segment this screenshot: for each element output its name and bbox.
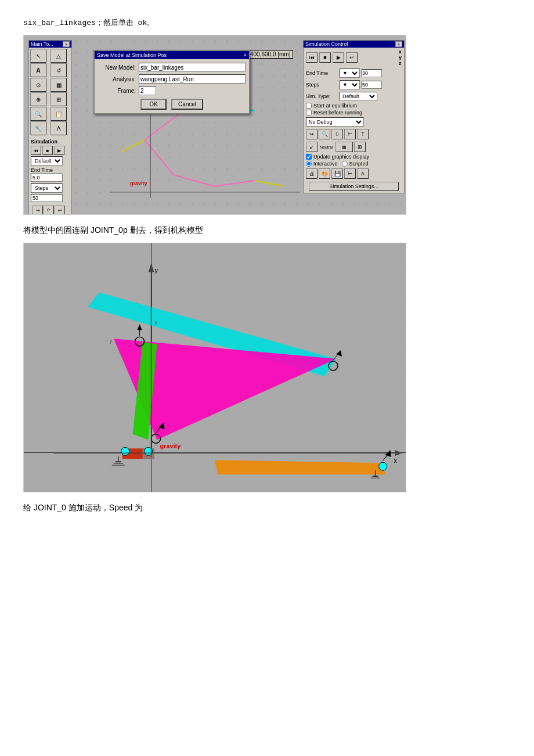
sim-icon-p1[interactable]: 🖨 — [306, 168, 317, 179]
scripted-label: Scripted — [349, 161, 369, 167]
toolbar-btn-circle[interactable]: ⊙ — [30, 78, 46, 92]
svg-text:gravity: gravity — [130, 181, 147, 186]
sim-ctrl-icon-row3: 🖨 🎨 💾 ⊢ Λ — [304, 167, 404, 180]
svg-marker-38 — [138, 324, 142, 330]
playback-controls: ⏮ ■ ▶ — [31, 146, 70, 155]
svg-line-4 — [214, 181, 255, 186]
stop-btn[interactable]: ■ — [42, 146, 53, 155]
toolbar-btn-lambda[interactable]: Λ — [50, 121, 67, 135]
steps-input[interactable] — [31, 194, 63, 202]
sim-steps-label: Steps — [306, 82, 338, 88]
sim-rewind-btn[interactable]: ⏮ — [306, 52, 317, 63]
toolbar-btn-triangle[interactable]: △ — [50, 49, 67, 63]
toolbar-btn-a[interactable]: A — [30, 63, 46, 77]
start-eq-label: Start at equilibrium — [313, 103, 357, 109]
end-time-input[interactable] — [31, 174, 63, 182]
sim-icon-1[interactable]: ↪ — [306, 129, 317, 139]
default-dropdown-row: Default — [31, 156, 70, 165]
frame-label: Frame: — [98, 88, 136, 94]
simulation-section: Simulation ⏮ ■ ▶ Default End Time Steps — [29, 136, 71, 215]
svg-text:x: x — [394, 457, 398, 464]
main-toolbar-close[interactable]: × — [63, 41, 70, 47]
sim-icon-5[interactable]: ⊤ — [357, 129, 369, 139]
dialog-button-row: OK Cancel — [98, 99, 246, 110]
sim-type-dropdown[interactable]: Default — [340, 92, 377, 101]
toolbar-button-grid: ↖ △ A ↺ ⊙ ▦ ⊕ ⊞ 🔍 📋 🔧 Λ — [29, 48, 71, 136]
sim-reload-btn[interactable]: ↩ — [346, 52, 358, 63]
reset-checkbox[interactable] — [306, 110, 312, 116]
sim-icon-3[interactable]: ⟨⟩ — [331, 129, 343, 139]
toolbar-btn-box-plus[interactable]: ⊞ — [50, 92, 67, 106]
default-dropdown[interactable]: Default — [31, 156, 63, 165]
sim-stop-btn[interactable]: ■ — [319, 52, 331, 63]
toolbar-btn-plus-circle[interactable]: ⊕ — [30, 92, 46, 106]
frame-input[interactable] — [139, 86, 156, 95]
sim-end-time-label: End Time — [306, 70, 338, 76]
svg-marker-29 — [395, 450, 403, 456]
sim-icon-p5[interactable]: Λ — [357, 168, 369, 179]
sim-control-close[interactable]: × — [395, 41, 402, 47]
sim-control-titlebar[interactable]: Simulation Control × — [304, 41, 404, 48]
svg-line-5 — [121, 140, 145, 152]
section3-text: 给 JOINT_0 施加运动，Speed 为 — [23, 503, 511, 513]
icon-reload[interactable]: ↩ — [55, 206, 65, 215]
sim-end-time-dropdown[interactable]: ▼ — [340, 69, 360, 78]
toolbar-btn-clipboard[interactable]: 📋 — [50, 107, 67, 121]
save-dialog-titlebar[interactable]: Save Model at Simulation Pos × — [95, 51, 249, 59]
sim-icon-p3[interactable]: 💾 — [331, 168, 343, 179]
sim-steps-row: Steps ▼ — [304, 79, 404, 91]
svg-line-6 — [255, 181, 284, 186]
new-model-input[interactable] — [139, 63, 246, 72]
ok-button[interactable]: OK — [140, 99, 167, 110]
sim-play-btn[interactable]: ▶ — [333, 52, 344, 63]
svg-point-22 — [121, 447, 129, 455]
toolbar-btn-grid[interactable]: ▦ — [50, 78, 67, 92]
sim-steps-value[interactable] — [362, 81, 382, 89]
steps-dropdown[interactable]: Steps — [31, 183, 63, 193]
sim-icon-p4[interactable]: ⊢ — [344, 168, 356, 179]
analysis-input[interactable] — [139, 74, 246, 84]
svg-point-24 — [379, 462, 387, 470]
scripted-radio[interactable] — [342, 161, 348, 167]
sim-playback-row: ⏮ ■ ▶ ↩ xyz — [304, 48, 404, 67]
sim-icon-6[interactable]: ↙ — [306, 142, 317, 152]
sim-icon-7[interactable]: ▦ — [335, 142, 353, 152]
sim-icon-2[interactable]: 🔍 — [319, 129, 330, 139]
toolbar-btn-wrench[interactable]: 🔧 — [30, 121, 46, 135]
save-dialog-close[interactable]: × — [244, 52, 247, 58]
main-toolbar-titlebar[interactable]: Main To... × — [29, 41, 71, 48]
no-debug2-dropdown[interactable]: No Debug — [306, 117, 364, 127]
toolbar-btn-search[interactable]: 🔍 — [30, 107, 46, 121]
intro-text: six_bar_linkages；然后单击 ok。 — [23, 17, 511, 28]
sim-icon-p2[interactable]: 🎨 — [319, 168, 330, 179]
simulation-settings-btn[interactable]: Simulation Settings... — [309, 182, 399, 191]
save-dialog-title: Save Model at Simulation Pos — [97, 52, 167, 58]
update-graphics-checkbox[interactable] — [306, 154, 312, 160]
sim-ctrl-icon-row1: ↪ 🔍 ⟨⟩ ⊢ ⊤ — [304, 128, 404, 141]
end-time-row: End Time — [31, 167, 70, 174]
sim-icon-8[interactable]: ⊞ — [354, 142, 366, 152]
play-btn[interactable]: ▶ — [54, 146, 64, 155]
sim-end-time-value[interactable] — [362, 69, 382, 77]
cancel-button[interactable]: Cancel — [171, 99, 203, 110]
toolbar-btn-arrow[interactable]: ↖ — [30, 49, 46, 63]
screenshot1-container: y x gravity Main To... × ↖ △ A ↺ ⊙ ▦ ⊕ ⊞… — [23, 35, 406, 215]
toolbar-btn-rotate[interactable]: ↺ — [50, 63, 67, 77]
analysis-label: Analysis: — [98, 76, 136, 82]
sim-icon-4[interactable]: ⊢ — [344, 129, 356, 139]
end-time-label: End Time — [31, 167, 53, 173]
save-model-dialog: Save Model at Simulation Pos × New Model… — [93, 50, 250, 114]
icon-play2[interactable]: ↪ — [33, 206, 43, 215]
svg-marker-26 — [149, 264, 154, 272]
icon-wind[interactable]: ⟳ — [44, 206, 54, 215]
sim-steps-dropdown[interactable]: ▼ — [340, 80, 360, 89]
rewind-btn[interactable]: ⏮ — [31, 146, 41, 155]
main-toolbar-panel: Main To... × ↖ △ A ↺ ⊙ ▦ ⊕ ⊞ 🔍 📋 🔧 Λ Sim… — [28, 40, 72, 215]
start-eq-checkbox[interactable] — [306, 103, 312, 109]
interactive-radio[interactable] — [306, 161, 312, 167]
svg-line-3 — [174, 175, 214, 186]
no-debug2-row: No Debug — [304, 116, 404, 128]
start-eq-row: Start at equilibrium — [304, 102, 404, 109]
icon-row: ↪ ⟳ ↩ — [31, 204, 70, 215]
sim-type-label: Sim. Type: — [306, 93, 338, 99]
